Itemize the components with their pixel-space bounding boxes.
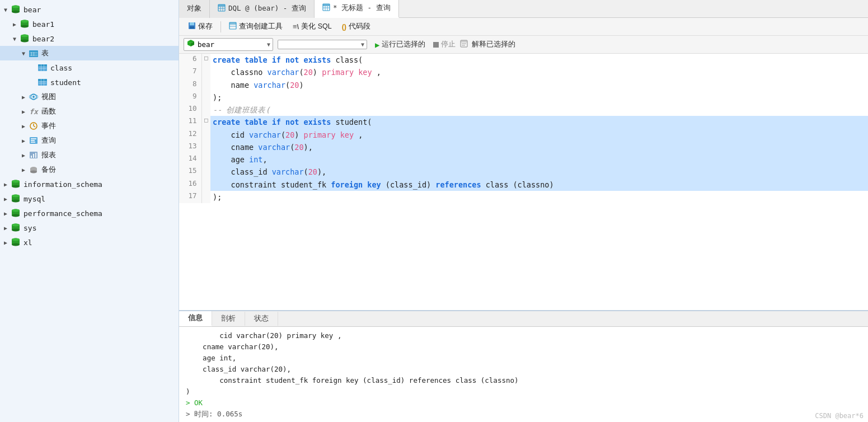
svg-rect-81 — [229, 22, 236, 25]
bottom-tab-profile[interactable]: 剖析 — [212, 312, 245, 326]
beautify-label: 美化 SQL — [301, 22, 332, 31]
code-editor[interactable]: 6□create table if not exists class(7 cla… — [179, 54, 868, 310]
stop-button[interactable]: 停止 — [433, 40, 456, 49]
explain-icon — [460, 40, 468, 49]
code-line[interactable]: class_id varchar(20), — [210, 166, 868, 178]
run-icon: ▶ — [375, 40, 379, 49]
code-line[interactable]: cid varchar(20) primary key , — [210, 129, 868, 141]
sidebar-item-queries[interactable]: ▶ 查询 — [0, 133, 179, 148]
bottom-tab-info[interactable]: 信息 — [179, 311, 212, 326]
db-icon — [10, 222, 21, 233]
code-snippet-label: 代码段 — [349, 22, 370, 31]
code-token: ( — [299, 68, 303, 77]
sidebar-item-info-schema-label: information_schema — [24, 180, 102, 189]
code-line[interactable]: cname varchar(20), — [210, 141, 868, 153]
code-line[interactable]: classno varchar(20) primary key , — [210, 66, 868, 78]
db-icon — [10, 193, 21, 204]
db-selector[interactable]: bear ▼ — [184, 38, 273, 51]
sidebar-item-bear[interactable]: ▼ bear — [0, 2, 179, 17]
query-builder-button[interactable]: 查询创建工具 — [224, 20, 287, 33]
code-line[interactable]: age int, — [210, 153, 868, 166]
save-button[interactable]: 保存 — [184, 20, 217, 33]
code-token: ), — [304, 143, 313, 152]
svg-point-50 — [12, 180, 20, 183]
sidebar-item-student[interactable]: student — [0, 75, 179, 90]
code-token: cid — [213, 130, 249, 139]
sidebar-item-xl-label: xl — [24, 238, 32, 247]
code-line[interactable]: -- 创建班级表( — [210, 104, 868, 116]
db-icon — [19, 33, 30, 44]
sidebar-item-class[interactable]: class — [0, 60, 179, 75]
fold-button[interactable]: □ — [201, 116, 210, 128]
sidebar-item-views-label: 视图 — [41, 92, 56, 102]
beautify-sql-button[interactable]: ≡\ 美化 SQL — [288, 20, 336, 33]
code-line[interactable]: name varchar(20) — [210, 79, 868, 91]
sidebar-item-functions[interactable]: ▶ fx 函数 — [0, 104, 179, 119]
code-token: int — [249, 155, 262, 164]
sidebar-item-views[interactable]: ▶ 视图 — [0, 90, 179, 104]
svg-rect-27 — [39, 83, 46, 83]
code-token: varchar — [268, 68, 299, 77]
fold-button — [201, 91, 210, 104]
code-line[interactable]: create table if not exists student( — [210, 116, 868, 128]
db-icon — [10, 237, 21, 248]
sidebar-item-perf-schema[interactable]: ▶ performance_schema — [0, 206, 179, 221]
code-token: ( — [367, 118, 372, 126]
code-line[interactable]: create table if not exists class( — [210, 54, 868, 66]
sidebar-item-backup[interactable]: ▶ 备份 — [0, 162, 179, 177]
bottom-tab-status[interactable]: 状态 — [245, 312, 278, 326]
svg-point-11 — [21, 35, 29, 37]
save-label: 保存 — [198, 22, 213, 31]
sidebar-item-info-schema[interactable]: ▶ information_schema — [0, 177, 179, 191]
tab-dql[interactable]: DQL @ (bear) - 查询 — [210, 0, 315, 18]
code-token: varchar — [272, 167, 304, 176]
code-token: ), — [317, 167, 326, 176]
table-icon — [37, 62, 48, 73]
svg-point-53 — [12, 200, 20, 203]
sidebar-item-tables[interactable]: ▼ 表 — [0, 46, 179, 60]
sidebar-item-bear2[interactable]: ▼ bear2 — [0, 31, 179, 46]
sidebar-item-sys[interactable]: ▶ sys — [0, 221, 179, 235]
svg-rect-28 — [41, 79, 41, 86]
bottom-line: > OK — [186, 397, 861, 409]
explain-label: 解释已选择的 — [472, 40, 515, 49]
tab-dql-label: DQL @ (bear) - 查询 — [228, 4, 306, 13]
chevron-down-icon: ▼ — [11, 35, 18, 42]
line-number: 13 — [179, 141, 201, 153]
db-selector-icon — [186, 40, 195, 49]
stop-icon — [433, 42, 439, 48]
chevron-right-icon: ▶ — [20, 108, 27, 115]
svg-rect-16 — [31, 52, 32, 56]
grid-icon-active — [322, 3, 330, 13]
sidebar-item-mysql[interactable]: ▶ mysql — [0, 191, 179, 206]
svg-rect-29 — [44, 79, 44, 86]
line-number: 17 — [179, 191, 201, 203]
code-token: , — [354, 130, 363, 139]
run-selected-button[interactable]: ▶ 运行已选择的 — [372, 39, 429, 50]
sidebar-item-events[interactable]: ▶ 事件 — [0, 119, 179, 133]
line-number: 10 — [179, 104, 201, 116]
sidebar-item-reports[interactable]: ▶ 报表 — [0, 148, 179, 162]
toolbar: 保存 查询创建工具 ≡\ 美化 SQL () 代码段 — [179, 18, 868, 36]
code-token: , — [372, 68, 381, 77]
sidebar-item-bear1[interactable]: ▶ bear1 — [0, 17, 179, 31]
schema-selector[interactable]: ▼ — [278, 40, 367, 49]
sidebar-item-xl[interactable]: ▶ xl — [0, 235, 179, 250]
sidebar-item-class-label: class — [50, 64, 72, 72]
beautify-icon: ≡\ — [293, 22, 299, 31]
svg-rect-20 — [39, 67, 46, 67]
sidebar-item-mysql-label: mysql — [24, 195, 45, 203]
bottom-tab-status-label: 状态 — [254, 314, 269, 322]
code-line[interactable]: ); — [210, 191, 868, 203]
table-icon — [37, 77, 48, 88]
code-snippet-button[interactable]: () 代码段 — [337, 20, 375, 33]
code-token: 20 — [290, 81, 299, 90]
code-line[interactable]: constraint student_fk foreign key (class… — [210, 179, 868, 191]
db-icon — [10, 4, 21, 15]
tab-object[interactable]: 对象 — [179, 0, 210, 18]
fold-button[interactable]: □ — [201, 54, 210, 66]
svg-rect-23 — [44, 64, 44, 71]
explain-button[interactable]: 解释已选择的 — [460, 40, 515, 49]
code-line[interactable]: ); — [210, 91, 868, 104]
tab-untitled[interactable]: * 无标题 - 查询 — [315, 0, 399, 18]
